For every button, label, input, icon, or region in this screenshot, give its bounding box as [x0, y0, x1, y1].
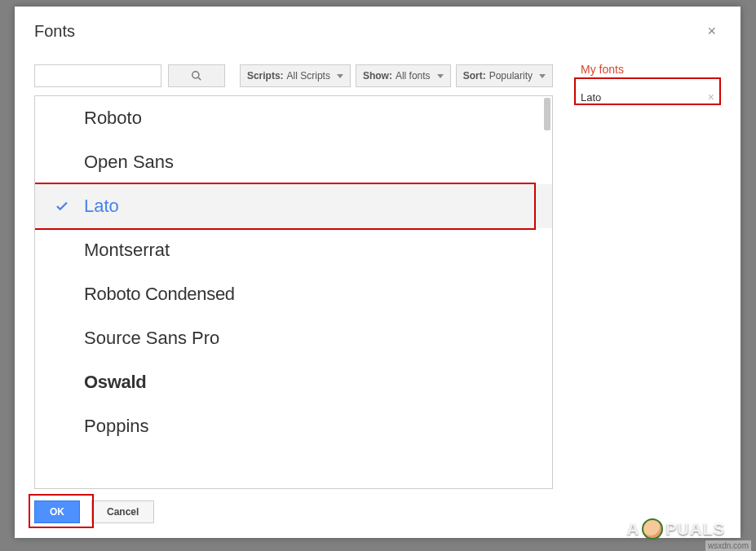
search-icon: [191, 70, 202, 82]
font-list-container: RobotoOpen SansLatoMontserratRoboto Cond…: [34, 95, 553, 489]
toolbar: Scripts: All Scripts Show: All fonts Sor…: [34, 50, 553, 95]
font-name-label: Roboto Condensed: [84, 284, 235, 305]
check-icon: [55, 199, 69, 214]
scripts-filter[interactable]: Scripts: All Scripts: [240, 64, 351, 87]
my-fonts-list: Lato×: [574, 86, 721, 108]
watermark-logo: A PUALS: [627, 518, 725, 540]
show-filter[interactable]: Show: All fonts: [356, 64, 451, 87]
dialog-title: Fonts: [34, 22, 75, 41]
dialog-body: Scripts: All Scripts Show: All fonts Sor…: [15, 50, 741, 489]
font-row[interactable]: Montserrat: [35, 228, 552, 272]
font-row[interactable]: Roboto Condensed: [35, 272, 552, 316]
font-name-label: Poppins: [84, 416, 149, 437]
sort-filter[interactable]: Sort: Popularity: [456, 64, 553, 87]
font-row[interactable]: Source Sans Pro: [35, 316, 552, 360]
left-column: Scripts: All Scripts Show: All fonts Sor…: [34, 50, 553, 489]
dialog-header: Fonts ×: [15, 7, 741, 50]
font-row[interactable]: Roboto: [35, 96, 552, 140]
search-button[interactable]: [168, 64, 225, 87]
right-column: My fonts Lato×: [574, 50, 721, 489]
font-name-label: Source Sans Pro: [84, 328, 219, 349]
font-name-label: Roboto: [84, 108, 142, 129]
close-icon[interactable]: ×: [702, 21, 721, 42]
cancel-button[interactable]: Cancel: [91, 500, 154, 523]
font-row[interactable]: Open Sans: [35, 140, 552, 184]
search-input[interactable]: [34, 64, 161, 87]
svg-line-1: [198, 77, 201, 80]
my-font-item[interactable]: Lato×: [574, 86, 721, 108]
font-list[interactable]: RobotoOpen SansLatoMontserratRoboto Cond…: [35, 96, 552, 488]
remove-icon[interactable]: ×: [708, 90, 714, 104]
font-row[interactable]: Lato: [35, 184, 552, 228]
svg-point-0: [192, 72, 199, 78]
my-font-label: Lato: [581, 91, 601, 104]
chevron-down-icon: [337, 74, 343, 78]
chevron-down-icon: [437, 74, 444, 78]
font-row[interactable]: Oswald: [35, 360, 552, 404]
face-icon: [642, 518, 663, 540]
scrollbar-thumb[interactable]: [544, 98, 550, 130]
font-name-label: Open Sans: [84, 152, 174, 173]
font-name-label: Montserrat: [84, 240, 170, 261]
font-name-label: Lato: [84, 196, 119, 217]
attribution-text: wsxdn.com: [705, 540, 751, 551]
font-name-label: Oswald: [84, 372, 146, 393]
my-fonts-heading: My fonts: [574, 60, 721, 86]
ok-button[interactable]: OK: [34, 500, 80, 523]
chevron-down-icon: [539, 74, 546, 78]
font-row[interactable]: Poppins: [35, 404, 552, 448]
fonts-dialog: Fonts × Scripts: All Scripts: [15, 7, 741, 538]
